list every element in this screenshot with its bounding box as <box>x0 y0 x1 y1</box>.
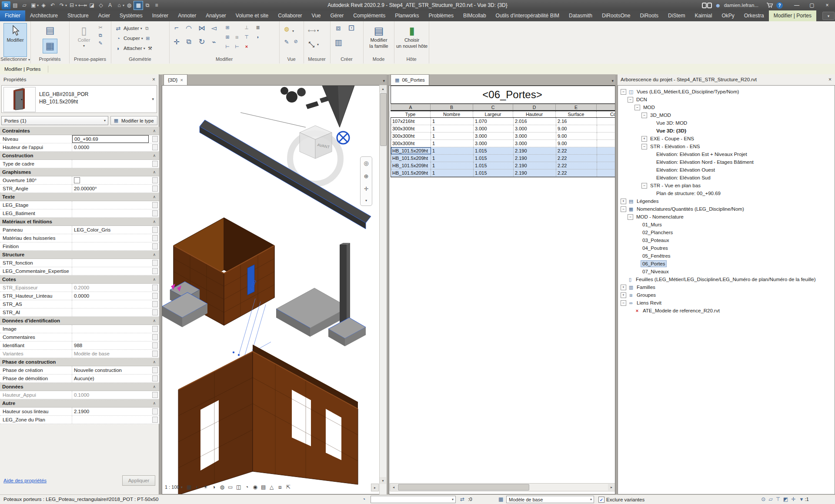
scroll-down-icon[interactable]: ▾ <box>380 477 386 484</box>
analytical-model-icon[interactable]: △ <box>268 484 275 490</box>
property-value[interactable] <box>72 209 149 217</box>
temporary-hide-icon[interactable]: ◔ <box>244 484 250 490</box>
schedule-cell[interactable]: 300x300ht <box>391 125 431 132</box>
browser-item-label[interactable]: 3D_MOD <box>649 112 672 118</box>
browser-item-el-vation-el-vation-nord-etages-b-timent[interactable]: Elévation: Elévation Nord - Etages Bâtim… <box>618 158 835 166</box>
trim-extend-icon[interactable]: ⌁ <box>210 38 218 46</box>
ribbon-tab-acier[interactable]: Acier <box>94 10 115 21</box>
ribbon-tab-architecture[interactable]: Architecture <box>25 10 63 21</box>
schedule-cell[interactable]: 1 <box>431 155 474 162</box>
browser-item-label[interactable]: Elévation: Elévation Nord - Etages Bâtim… <box>655 159 755 165</box>
schedule-tab[interactable]: ▦ 06_Portes <box>391 74 429 85</box>
pin-icon[interactable]: ⊤ <box>243 33 250 40</box>
property-value[interactable] <box>72 308 149 316</box>
ribbon-tab-vue[interactable]: Vue <box>307 10 326 21</box>
section-collapse-icon[interactable]: ∧ <box>153 360 156 364</box>
associate-parameter-button[interactable] <box>152 177 158 183</box>
property-value[interactable] <box>72 176 149 184</box>
property-value[interactable]: 0.2000 <box>72 284 149 292</box>
schedule-row[interactable]: HB_101.5x209ht11.0152.1902.22 <box>391 169 615 177</box>
pan-icon[interactable]: ✛ <box>364 186 369 192</box>
schedule-cell[interactable]: 2.22 <box>556 162 597 169</box>
detail-level-icon[interactable]: ▦ <box>186 484 193 490</box>
ribbon-tab-probl-mes[interactable]: Problèmes <box>424 10 458 21</box>
associate-parameter-button[interactable] <box>152 202 158 208</box>
scroll-up-icon[interactable]: ▴ <box>380 85 386 92</box>
associate-parameter-button[interactable] <box>152 227 158 233</box>
browser-item-label[interactable]: 01_Murs <box>641 222 663 228</box>
browser-item-mod-nomenclature[interactable]: −MOD - Nomenclature <box>618 213 835 221</box>
group-edit-icon[interactable]: ⧈ <box>234 33 240 40</box>
ribbon-tab-outils-d-interop-rabilit-bim[interactable]: Outils d'interopérabilité BIM <box>491 10 564 21</box>
hscroll-thumb[interactable] <box>398 484 529 491</box>
browser-item-label[interactable]: Nomenclatures/Quantités (LEG_Discipline/… <box>635 206 745 212</box>
collapse-icon[interactable]: − <box>641 183 647 189</box>
browser-item-plan-de-structure-00-90-69[interactable]: Plan de structure: 00_+90.69 <box>618 189 835 197</box>
schedule-cell[interactable]: 9.00 <box>556 140 597 147</box>
offset-icon[interactable]: ◠ <box>185 24 193 32</box>
schedule-cell[interactable]: 1.015 <box>474 155 514 162</box>
schedule-row[interactable]: HB_101.5x209ht11.0152.1902.22 <box>391 162 615 169</box>
associate-parameter-button[interactable] <box>152 342 158 348</box>
schedule-cell[interactable]: 9.00 <box>556 125 597 132</box>
print-caret-icon[interactable]: ▾ <box>75 3 77 7</box>
associate-parameter-button[interactable] <box>152 408 158 414</box>
schedule-cell[interactable]: 1 <box>431 162 474 169</box>
section-icon[interactable]: ◪ <box>87 1 96 10</box>
match-type-icon[interactable]: ✎ <box>97 40 104 46</box>
collapse-icon[interactable]: − <box>641 144 647 149</box>
section-collapse-icon[interactable]: ∧ <box>153 195 156 199</box>
selection-filter-combo[interactable]: Portes (1) ▾ <box>1 116 108 125</box>
section-collapse-icon[interactable]: ∧ <box>153 170 156 174</box>
navigation-bar[interactable]: ◎ ⊕ ✛ ▾ <box>360 156 372 206</box>
schedule-cell[interactable]: HB_101.5x209ht <box>391 162 431 169</box>
schedule-cell[interactable]: 2.22 <box>556 147 597 154</box>
property-value[interactable] <box>72 333 149 341</box>
ribbon-tab-diroots[interactable]: DiRoots <box>635 10 663 21</box>
save-caret-icon[interactable]: ▾ <box>37 3 39 7</box>
properties-palette-header[interactable]: Propriétés × <box>0 74 159 85</box>
property-section-contraintes[interactable]: Contraintes∧ <box>0 127 159 135</box>
section-collapse-icon[interactable]: ∧ <box>153 219 156 224</box>
attach-button[interactable]: Attacher <box>124 46 142 51</box>
user-menu-caret-icon[interactable]: ▾ <box>762 3 763 7</box>
browser-item-label[interactable]: Familles <box>635 284 657 290</box>
browser-item-str-vue-en-plan-bas[interactable]: −STR - Vue en plan bas <box>618 182 835 189</box>
associate-parameter-button[interactable] <box>152 260 158 266</box>
modify-button[interactable]: Modifier <box>3 23 27 57</box>
schedule-cell[interactable]: 1 <box>431 169 474 176</box>
design-options-icon[interactable]: ▦ <box>498 496 503 502</box>
join-icon[interactable]: ≣ <box>254 24 261 31</box>
browser-item-label[interactable]: 05_Fenêtres <box>641 253 672 259</box>
property-section-graphismes[interactable]: Graphismes∧ <box>0 168 159 176</box>
tag-by-category-icon[interactable]: ◇ <box>97 1 105 10</box>
schedule-row[interactable]: 107x216ht11.0702.0162.16 <box>391 118 615 125</box>
schedule-cell[interactable]: 2.22 <box>556 169 597 176</box>
type-selector[interactable]: LEG_HB#2018_POR HB_101.5x209ht ▾ <box>1 85 157 113</box>
customize-qat-icon[interactable]: ≡ <box>152 1 161 10</box>
schedule-tab-list-caret-icon[interactable]: ▾ <box>611 79 614 83</box>
browser-item-label[interactable]: MOD - Nomenclature <box>635 214 685 220</box>
mirror-draw-icon[interactable]: ◅ <box>210 24 218 32</box>
schedule-horizontal-scrollbar[interactable]: ◂ ▸ <box>390 483 615 491</box>
schedule-cell[interactable] <box>597 162 615 169</box>
align-icon[interactable]: ⌐ <box>173 24 180 32</box>
property-value[interactable]: Nouvelle construction <box>72 366 149 374</box>
ribbon-tab-annoter[interactable]: Annoter <box>173 10 201 21</box>
associate-parameter-button[interactable] <box>152 136 158 142</box>
dimension-icon[interactable]: ⟷ <box>306 39 317 50</box>
browser-item-dcn[interactable]: −DCN <box>618 96 835 103</box>
redo-icon[interactable]: ↷ <box>57 1 66 10</box>
3d-canvas[interactable]: AVANT <box>162 86 380 494</box>
schedule-row[interactable]: 300x300ht13.0003.0009.00 <box>391 125 615 133</box>
browser-item-06-portes[interactable]: 06_Portes <box>618 260 835 268</box>
delete-icon[interactable]: × <box>243 43 250 50</box>
browser-item-groupes[interactable]: +⧈Groupes <box>618 291 835 299</box>
browser-item-label[interactable]: 07_Niveaux <box>641 269 670 275</box>
hammer-icon[interactable]: ⚒ <box>147 45 154 52</box>
schedule-cell[interactable]: 2.190 <box>514 147 556 154</box>
property-value[interactable] <box>72 201 149 209</box>
schedule-cell[interactable]: 2.190 <box>514 162 556 169</box>
collapse-icon[interactable]: − <box>628 97 633 103</box>
property-section-phase-de-construction[interactable]: Phase de construction∧ <box>0 358 159 366</box>
